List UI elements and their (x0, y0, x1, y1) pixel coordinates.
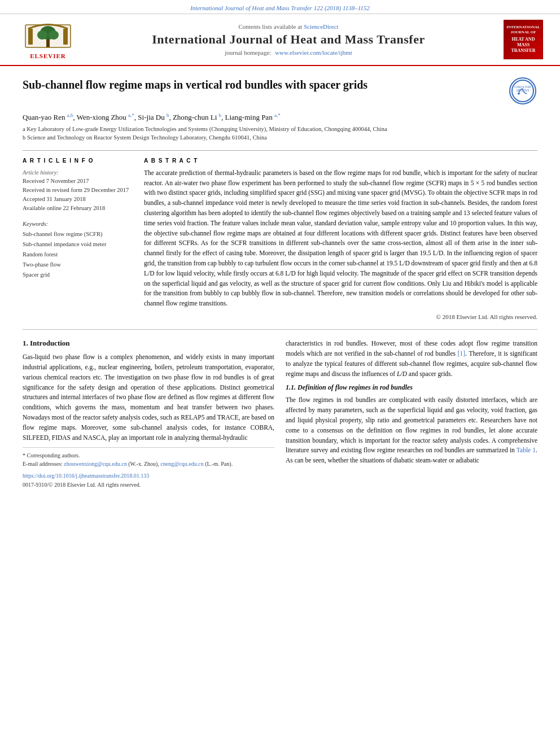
footnote-section: * Corresponding authors. E-mail addresse… (23, 447, 274, 468)
history-label: Article history: (23, 168, 133, 177)
section-divider (23, 329, 537, 330)
existing-text: existing (341, 447, 361, 453)
elsevier-brand-name: ELSEVIER (30, 53, 66, 59)
subsection1-heading: 1.1. Definition of flow regimes in rod b… (286, 383, 537, 392)
issn-line: 0017-9310/© 2018 Elsevier Ltd. All right… (23, 480, 274, 490)
accepted-date: Accepted 31 January 2018 (23, 195, 133, 204)
svg-point-6 (49, 30, 59, 40)
ref1-link[interactable]: [1] (458, 350, 465, 357)
badge-line3: TRANSFER (511, 48, 535, 54)
received-date: Received 7 November 2017 (23, 177, 133, 186)
journal-title: International Journal of Heat and Mass T… (79, 32, 498, 47)
affiliations: a Key Laboratory of Low-grade Energy Uti… (23, 125, 537, 142)
intro-para3: The flow regimes in rod bundles are comp… (286, 395, 537, 466)
affil-b: b Science and Technology on Reactor Syst… (23, 134, 537, 142)
email-line: E-mail addresses: zhouwenxiong@cqu.edu.c… (23, 460, 274, 468)
journal-center-info: Contents lists available at ScienceDirec… (79, 23, 498, 56)
article-info-col: A R T I C L E I N F O Article history: R… (23, 158, 133, 320)
corresponding-authors-note: * Corresponding authors. (23, 451, 274, 460)
intro-para1: Gas-liquid two phase flow is a complex p… (23, 352, 274, 443)
keyword-3: Random forest (23, 250, 133, 260)
badge-line2: HEAT AND MASS (506, 37, 540, 49)
update-circle-icon: CHECK FOR UPDATES (511, 79, 535, 103)
table1-link[interactable]: Table 1 (517, 447, 536, 453)
journal-badge-area: INTERNATIONAL JOURNAL OF HEAT AND MASS T… (498, 20, 543, 59)
email1-link[interactable]: zhouwenxiong@cqu.edu.cn (64, 461, 126, 467)
available-date: Available online 22 February 2018 (23, 204, 133, 213)
author-sijia: Si-jia Du b (138, 113, 169, 121)
keyword-2: Sub-channel impedance void meter (23, 239, 133, 250)
email1-note: (W.-x. Zhou), (128, 461, 159, 467)
author-wenxiong: Wen-xiong Zhou a,* (77, 113, 134, 121)
check-for-updates-badge[interactable]: CHECK FOR UPDATES (509, 77, 537, 106)
keywords-block: Keywords: Sub-channel flow regime (SCFR)… (23, 219, 133, 279)
article-history: Article history: Received 7 November 201… (23, 168, 133, 213)
homepage-line: journal homepage: www.elsevier.com/locat… (79, 49, 498, 56)
intro-right-col: characteristics in rod bundles. However,… (286, 339, 537, 490)
intro-para2: characteristics in rod bundles. However,… (286, 339, 537, 379)
elsevier-logo: ELSEVIER (17, 20, 79, 59)
doi-section: https://doi.org/10.1016/j.ijheatmasstran… (23, 471, 274, 490)
keyword-1: Sub-channel flow regime (SCFR) (23, 229, 133, 239)
copyright-line: © 2018 Elsevier Ltd. All rights reserved… (144, 313, 537, 320)
article-title-area: Sub-channel flow regime maps in vertical… (23, 77, 501, 97)
keyword-4: Two-phase flow (23, 260, 133, 270)
authors-line: Quan-yao Ren a,b, Wen-xiong Zhou a,*, Si… (23, 112, 537, 122)
email2-note: (L.-m. Pan). (205, 461, 233, 467)
keywords-label: Keywords: (23, 219, 133, 229)
intro-left-col: 1. Introduction Gas-liquid two phase flo… (23, 339, 274, 490)
svg-rect-2 (63, 29, 68, 45)
svg-rect-1 (28, 29, 33, 45)
svg-point-5 (37, 30, 47, 40)
affil-a: a Key Laboratory of Low-grade Energy Uti… (23, 125, 537, 134)
doi-link[interactable]: https://doi.org/10.1016/j.ijheatmasstran… (23, 473, 149, 479)
contents-available-line: Contents lists available at ScienceDirec… (79, 23, 498, 30)
email-label: E-mail addresses: (23, 461, 63, 467)
author-quanyao: Quan-yao Ren a,b (23, 113, 73, 121)
article-info-abstract-section: A R T I C L E I N F O Article history: R… (23, 150, 537, 320)
author-zhongchun: Zhong-chun Li b (173, 113, 221, 121)
journal-badge: INTERNATIONAL JOURNAL OF HEAT AND MASS T… (504, 20, 543, 59)
journal-reference: International Journal of Heat and Mass T… (190, 5, 370, 11)
elsevier-logo-area: ELSEVIER (17, 20, 79, 59)
keyword-5: Spacer grid (23, 270, 133, 280)
top-bar: International Journal of Heat and Mass T… (0, 0, 560, 14)
abstract-col: A B S T R A C T The accurate prediction … (144, 158, 537, 320)
email2-link[interactable]: cneng@cqu.edu.cn (160, 461, 203, 467)
elsevier-tree-icon (23, 20, 73, 51)
introduction-section: 1. Introduction Gas-liquid two phase flo… (23, 339, 537, 490)
journal-header: ELSEVIER Contents lists available at Sci… (0, 14, 560, 66)
science-direct-link[interactable]: ScienceDirect (304, 23, 339, 30)
badge-line1: INTERNATIONAL JOURNAL OF (506, 25, 540, 35)
revised-date: Received in revised form 29 December 201… (23, 186, 133, 195)
author-liangming: Liang-ming Pan a,* (225, 113, 281, 121)
main-content: Sub-channel flow regime maps in vertical… (0, 66, 560, 501)
homepage-url[interactable]: www.elsevier.com/locate/ijhmt (275, 49, 352, 56)
intro-heading: 1. Introduction (23, 339, 274, 348)
update-badge-icon: CHECK FOR UPDATES (509, 77, 536, 104)
abstract-text: The accurate prediction of thermal-hydra… (144, 168, 537, 309)
svg-marker-11 (517, 93, 520, 95)
abstract-heading: A B S T R A C T (144, 158, 537, 164)
article-title-section: Sub-channel flow regime maps in vertical… (23, 77, 537, 106)
article-info-heading: A R T I C L E I N F O (23, 158, 133, 164)
article-title: Sub-channel flow regime maps in vertical… (23, 77, 501, 92)
